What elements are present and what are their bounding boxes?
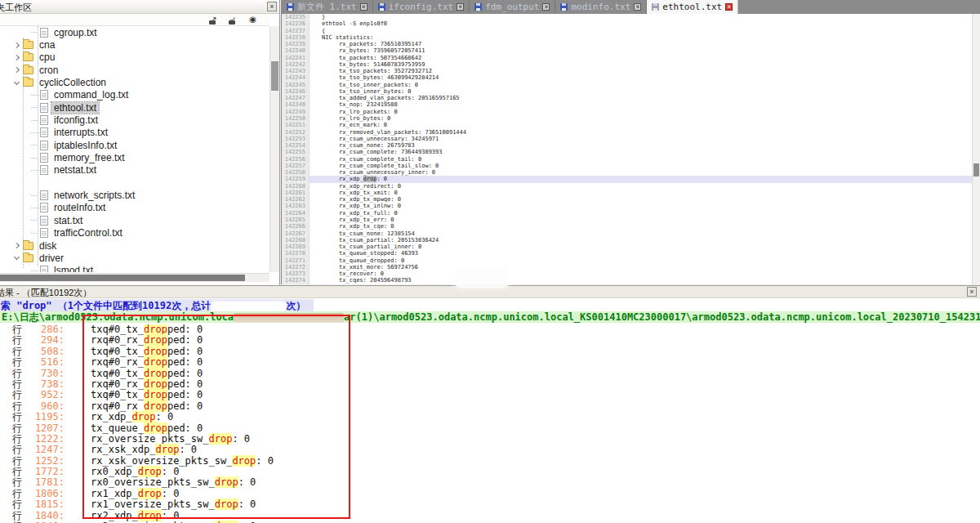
tree-item-command-log-txt[interactable]: command_log.txt [0,89,270,101]
tree-connector [31,95,38,96]
workspace-vertical-scrollbar[interactable] [270,26,279,272]
tab-close-icon[interactable]: × [542,3,550,11]
tree-item-trafficcontrol-txt[interactable]: trafficControl.txt [0,227,270,239]
folder-icon [23,66,33,74]
tree-connector [31,233,38,234]
line-number: 142237 [282,28,310,34]
locate-current-file-icon[interactable]: ◉ [247,15,258,25]
tree-item-label: cgroup.txt [51,27,100,38]
tab-ethtool-txt[interactable]: ethtool.txt× [647,0,738,14]
search-match-row[interactable]: 行738:rxq#0_rx_dropped: 0 [0,379,980,390]
results-close-button[interactable]: × [967,287,977,297]
line-text: rx_xdp_drop: 0 [310,176,972,182]
search-match-row[interactable]: 行952:txq#0_tx_dropped: 0 [0,390,980,400]
search-match-row[interactable]: 行1840:rx2_xdp_drop: 0 [0,511,980,521]
search-match-row[interactable]: 行294:rxq#0_rx_dropped: 0 [0,335,980,346]
scrollbar-thumb[interactable] [973,163,979,177]
scrollbar-thumb[interactable] [0,275,245,281]
tree-item-cycliccollection[interactable]: cyclicCollection [0,76,270,88]
scrollbar-thumb[interactable] [271,61,278,91]
tree-item-cpu[interactable]: cpu [0,51,270,64]
tree-connector [31,158,38,159]
chevron-right-icon[interactable] [14,55,20,60]
search-match-row[interactable]: 行1252:rx_xsk_oversize_pkts_sw_drop: 0 [0,456,980,467]
search-match-row[interactable]: 行1195:rx_xdp_drop: 0 [0,412,980,422]
tree-item-network-scripts-txt[interactable]: network_scripts.txt [0,189,270,201]
editor-vertical-scrollbar[interactable] [972,14,980,284]
tree-item-iptablesinfo-txt[interactable]: iptablesInfo.txt [0,139,270,151]
match-text: rx0_xdp_drop: 0 [91,467,179,477]
chevron-down-icon[interactable] [14,254,20,260]
search-match-row[interactable]: 行516:rxq#0_rx_dropped: 0 [0,357,980,368]
row-label: 行 [12,335,22,346]
code-line: 142239 rx_packets: 736510395147 [282,41,972,47]
tree-item-cron[interactable]: cron [0,64,270,76]
workspace-horizontal-scrollbar[interactable] [0,273,270,282]
reveal-in-folder-icon[interactable]: ↗ [208,15,219,25]
match-highlight: drop [138,466,162,477]
search-file-path[interactable]: E:\日志\armod0523.odata.ncmp.unicom.locaar… [0,311,980,323]
tree-item-routeinfo-txt[interactable]: routeInfo.txt [0,202,270,214]
tree-item-cna[interactable]: cna [0,38,270,51]
tab-ifconfig-txt[interactable]: ifconfig.txt× [373,0,470,14]
search-match-row[interactable]: 行1781:rx0_oversize_pkts_sw_drop: 0 [0,477,980,488]
search-match-row[interactable]: 行1247:rx_xsk_xdp_drop: 0 [0,445,980,455]
line-number: 142235 [282,14,310,20]
tree-item-lsmod-txt[interactable]: lsmod.txt [0,265,270,272]
tab-modinfo-txt[interactable]: modinfo.txt× [555,0,647,14]
tab-close-icon[interactable]: × [360,3,368,11]
search-results-panel: 结果 - （匹配10192次） × 索 "drop" （1个文件中匹配到1019… [0,285,980,523]
tab-close-icon[interactable]: × [457,3,464,11]
tree-item-ifconfig-txt[interactable]: ifconfig.txt [0,114,270,126]
match-highlight: drop [144,378,167,390]
tree-item-disk[interactable]: disk [0,239,270,252]
line-text: tx_tso_inner_bytes: 0 [310,88,972,95]
search-match-row[interactable]: 行1207:tx_queue_dropped: 0 [0,423,980,434]
line-number: 142272 [282,264,310,270]
tree-item-netstat-txt[interactable]: netstat.txt [0,164,270,177]
match-text: tx_queue_dropped: 0 [91,423,203,434]
chevron-down-icon[interactable] [14,79,20,85]
match-line-number: 1840: [22,511,65,521]
chevron-right-icon[interactable] [14,243,20,248]
search-match-row[interactable]: 行508:txq#0_tx_dropped: 0 [0,346,980,357]
tab-close-icon[interactable]: × [634,3,641,11]
tree-item-ethtool-txt[interactable]: ethtool.txt [0,101,270,114]
censor-blob [455,266,509,288]
line-text: rx_csum_none: 26759783 [310,142,972,149]
line-text: tx_added_vlan_packets: 205165957165 [310,95,972,101]
file-path-text: ar(1)\armod0523.odata.ncmp.unicom.local_… [344,311,980,323]
line-text: } [310,14,972,20]
chevron-right-icon[interactable] [14,67,20,73]
editor-code-area[interactable]: 142235}142236ethtool -S enp1s0f0142237{1… [282,14,972,284]
line-number: 142264 [282,210,310,217]
tab-fdm-output[interactable]: fdm_output× [470,0,555,14]
chevron-right-icon[interactable] [14,42,20,47]
search-match-row[interactable]: 行1222:rx_oversize_pkts_sw_drop: 0 [0,434,980,445]
application-window: 夹工作区 × ↗↙◉ cgroup.txtcnacpucroncyclicCol… [0,0,980,523]
search-match-row[interactable]: 行960:rxq#0_rx_dropped: 0 [0,401,980,412]
tab-close-icon[interactable]: × [725,3,733,11]
code-line: 142268 tx_csum_partial: 205153836424 [282,237,972,244]
match-line-number: 294: [22,335,65,346]
search-match-row[interactable]: 行1772:rx0_xdp_drop: 0 [0,467,980,477]
tree-item-memory-free-txt[interactable]: memory_free.txt [0,151,270,163]
tab-label: modinfo.txt [571,2,630,12]
floppy-save-icon [474,3,482,11]
search-match-row[interactable]: 行1806:rx1_xdp_drop: 0 [0,489,980,499]
line-number: 142254 [282,142,310,149]
file-icon [40,266,48,272]
workspace-close-button[interactable]: × [267,2,277,11]
search-match-row[interactable]: 行286:txq#0_tx_dropped: 0 [0,324,980,335]
line-number: 142243 [282,68,310,74]
tree-item-interrupts-txt[interactable]: interrupts.txt [0,127,270,139]
search-match-row[interactable]: 行730:txq#0_tx_dropped: 0 [0,369,980,379]
tree-item-cgroup-txt[interactable]: cgroup.txt [0,26,270,38]
tree-item-driver[interactable]: driver [0,252,270,264]
line-text: rx_bytes: 735960572057411 [310,47,972,54]
collapse-folders-icon[interactable]: ↙ [228,15,238,25]
tab-1-txt[interactable]: 新文件 1.txt× [282,0,373,14]
search-match-row[interactable]: 行1815:rx1_oversize_pkts_sw_drop: 0 [0,499,980,510]
floppy-save-icon [652,3,659,11]
tree-item-stat-txt[interactable]: stat.txt [0,214,270,226]
